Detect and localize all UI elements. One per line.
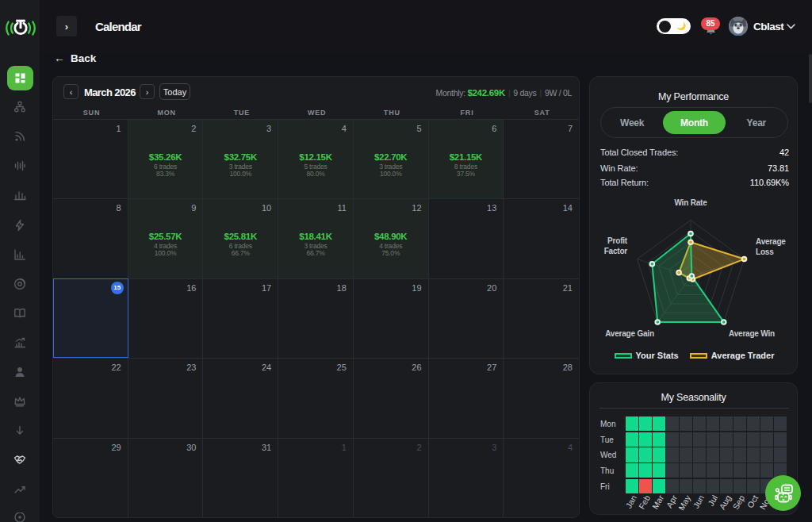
svg-text:Average Gain: Average Gain — [605, 329, 654, 338]
svg-text:Win Rate: Win Rate — [674, 198, 707, 207]
svg-text:Profit: Profit — [607, 236, 628, 245]
svg-text:Average: Average — [756, 237, 786, 246]
svg-text:Average Win: Average Win — [729, 329, 775, 338]
svg-text:Factor: Factor — [604, 247, 628, 255]
svg-text:Loss: Loss — [756, 248, 774, 256]
